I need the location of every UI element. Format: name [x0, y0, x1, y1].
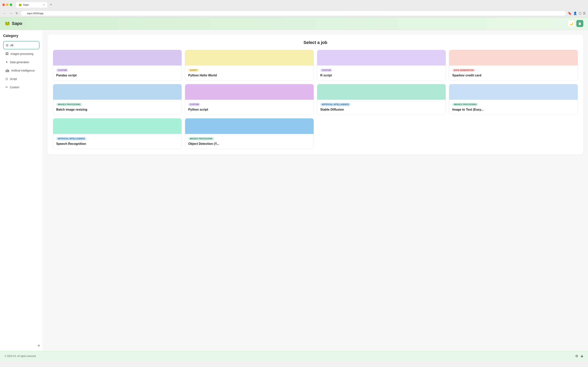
images-icon: 🖼 — [5, 52, 8, 56]
job-card-title: Image to Text (Easy... — [452, 108, 575, 112]
bookmark-icon[interactable]: 🔖 — [568, 11, 572, 15]
data-icon: ✦ — [5, 60, 8, 64]
traffic-light-red[interactable] — [2, 3, 5, 6]
job-badge: DATA GENERATION — [452, 69, 475, 72]
job-card-image — [317, 84, 446, 100]
address-bar: ← → ↻ 🔍 🔖 👤 ⬡ ☰ — [0, 9, 588, 17]
job-card-title: R script — [320, 74, 443, 78]
job-card-image — [185, 84, 314, 100]
eth-icon[interactable]: ◈ — [581, 354, 583, 358]
sidebar-item-label: Artifical Intelligence — [11, 69, 35, 72]
content-title: Select a job — [53, 40, 578, 45]
sidebar-item-label: Custom — [10, 86, 19, 89]
job-card-image-to-text[interactable]: IMAGES PROCESSING Image to Text (Easy... — [449, 84, 578, 115]
job-card-image — [449, 50, 578, 66]
job-card-pandas-script[interactable]: CUSTOM Pandas script — [53, 50, 182, 81]
job-badge: CUSTOM — [320, 69, 332, 72]
sidebar-collapse-button[interactable]: ◀ — [37, 343, 40, 347]
main-layout: Category ⊞ All 🖼 Images processing ✦ Dat… — [0, 30, 588, 351]
sidebar-item-script[interactable]: ⊡ Script — [3, 75, 40, 83]
sidebar-item-label: Images processing — [10, 52, 34, 55]
job-card-body: SCRIPT Python Hello World — [185, 66, 314, 81]
job-badge: CUSTOM — [56, 69, 68, 72]
sidebar-item-label: Script — [10, 77, 17, 81]
job-card-image — [449, 84, 578, 100]
logo-emoji: 🐸 — [5, 21, 10, 26]
job-card-image — [53, 84, 182, 100]
job-card-image — [185, 50, 314, 66]
job-card-image — [317, 50, 446, 66]
job-card-body: ARTIFICAL INTELLIGENCE Speech Recognitio… — [53, 134, 182, 149]
nav-reload-button[interactable]: ↻ — [15, 11, 19, 16]
job-card-body: DATA GENERATION Sparkov credit card — [449, 66, 578, 81]
job-card-batch-image-resizing[interactable]: IMAGES PROCESSING Batch image resizing — [53, 84, 182, 115]
job-card-title: Sparkov credit card — [452, 74, 575, 78]
traffic-lights — [2, 3, 12, 6]
job-card-title: Stable Diffusion — [320, 108, 443, 112]
job-grid: CUSTOM Pandas script SCRIPT Python Hello… — [53, 50, 578, 149]
job-card-body: CUSTOM Pandas script — [53, 66, 182, 81]
job-card-body: CUSTOM R script — [317, 66, 446, 81]
app-header: 🐸 Sapo 🌙 📋 — [0, 17, 588, 30]
sidebar-item-artificial-intelligence[interactable]: 🤖 Artifical Intelligence — [3, 67, 40, 74]
sidebar-item-label: All — [10, 44, 13, 47]
job-card-python-script[interactable]: CUSTOM Python script — [185, 84, 314, 115]
job-card-title: Pandas script — [56, 74, 178, 78]
job-card-stable-diffusion[interactable]: ARTIFICAL INTELLIGENCE Stable Diffusion — [317, 84, 446, 115]
custom-icon: ✏ — [5, 85, 8, 89]
profile-icon[interactable]: 👤 — [573, 11, 577, 15]
calendar-button[interactable]: 📋 — [576, 20, 583, 27]
job-card-title: Python script — [188, 108, 311, 112]
job-badge: IMAGES PROCESSING — [452, 103, 478, 106]
extensions-icon[interactable]: ⬡ — [579, 11, 581, 15]
job-card-speech-recognition[interactable]: ARTIFICAL INTELLIGENCE Speech Recognitio… — [53, 118, 182, 149]
sidebar-title: Category — [3, 34, 40, 38]
footer-icons: ⚙ ◈ — [575, 354, 583, 358]
nav-forward-button[interactable]: → — [8, 11, 13, 16]
job-badge: SCRIPT — [188, 69, 199, 72]
app: 🐸 Sapo 🌙 📋 Category ⊞ All 🖼 Images proce… — [0, 17, 588, 361]
ai-icon: 🤖 — [5, 69, 9, 72]
job-card-body: ARTIFICAL INTELLIGENCE Stable Diffusion — [317, 100, 446, 115]
active-tab[interactable]: 🐸 Sapo ✕ — [16, 2, 47, 8]
traffic-light-green[interactable] — [10, 3, 12, 6]
sidebar-item-all[interactable]: ⊞ All — [3, 41, 40, 49]
sidebar-item-data-generation[interactable]: ✦ Data generation — [3, 58, 40, 66]
sidebar-item-custom[interactable]: ✏ Custom — [3, 83, 40, 91]
address-wrapper: 🔍 — [20, 11, 566, 16]
dark-mode-button[interactable]: 🌙 — [568, 20, 575, 27]
browser-chrome: 🐸 Sapo ✕ + ← → ↻ 🔍 🔖 👤 ⬡ ☰ — [0, 0, 588, 17]
address-input[interactable] — [20, 11, 566, 16]
job-card-title: Batch image resizing — [56, 108, 178, 112]
job-card-r-script[interactable]: CUSTOM R script — [317, 50, 446, 81]
copyright-text: © 2023 KS. All rights reserved — [5, 355, 36, 358]
job-card-sparkov-credit-card[interactable]: DATA GENERATION Sparkov credit card — [449, 50, 578, 81]
job-card-title: Object Detection (Y... — [188, 142, 311, 146]
job-card-body: IMAGES PROCESSING Batch image resizing — [53, 100, 182, 115]
browser-actions: 🔖 👤 ⬡ ☰ — [568, 11, 586, 15]
all-icon: ⊞ — [6, 43, 8, 47]
job-badge: ARTIFICAL INTELLIGENCE — [320, 103, 351, 106]
content-area: Select a job CUSTOM Pandas script SCRI — [43, 30, 588, 351]
sidebar-item-images-processing[interactable]: 🖼 Images processing — [3, 50, 40, 58]
job-card-body: IMAGES PROCESSING Image to Text (Easy... — [449, 100, 578, 115]
nav-back-button[interactable]: ← — [2, 11, 7, 16]
tab-bar: 🐸 Sapo ✕ + — [14, 1, 56, 8]
job-card-image — [53, 118, 182, 134]
sidebar-item-label: Data generation — [10, 61, 29, 64]
github-icon[interactable]: ⚙ — [575, 354, 578, 358]
job-card-object-detection[interactable]: IMAGES PROCESSING Object Detection (Y... — [185, 118, 314, 149]
traffic-light-yellow[interactable] — [6, 3, 8, 6]
job-card-python-hello-world[interactable]: SCRIPT Python Hello World — [185, 50, 314, 81]
new-tab-button[interactable]: + — [48, 1, 54, 8]
content-card: Select a job CUSTOM Pandas script SCRI — [47, 35, 583, 155]
app-logo: 🐸 Sapo — [5, 21, 22, 26]
job-badge: IMAGES PROCESSING — [188, 137, 214, 140]
browser-titlebar: 🐸 Sapo ✕ + — [0, 0, 588, 9]
script-icon: ⊡ — [5, 77, 8, 81]
app-name: Sapo — [12, 21, 22, 26]
tab-close-button[interactable]: ✕ — [43, 3, 45, 6]
job-badge: ARTIFICAL INTELLIGENCE — [56, 137, 86, 140]
tab-label: Sapo — [23, 3, 29, 6]
menu-icon[interactable]: ☰ — [583, 11, 586, 15]
